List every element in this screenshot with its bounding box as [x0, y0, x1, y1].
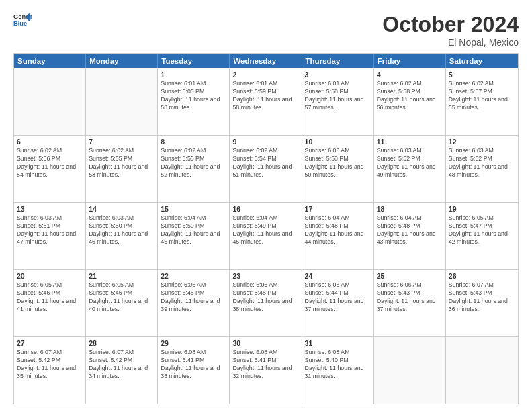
cell-date: 27 — [17, 339, 83, 347]
cell-info: Sunrise: 6:02 AMSunset: 5:58 PMDaylight:… — [377, 80, 443, 112]
cell-info: Sunrise: 6:04 AMSunset: 5:48 PMDaylight:… — [305, 214, 371, 246]
calendar-cell: 18Sunrise: 6:04 AMSunset: 5:48 PMDayligh… — [374, 203, 446, 269]
cell-info: Sunrise: 6:02 AMSunset: 5:57 PMDaylight:… — [449, 80, 515, 112]
cell-info: Sunrise: 6:05 AMSunset: 5:46 PMDaylight:… — [89, 281, 154, 314]
logo: General Blue — [13, 12, 32, 27]
cell-info: Sunrise: 6:06 AMSunset: 5:45 PMDaylight:… — [232, 281, 298, 314]
calendar-header: SundayMondayTuesdayWednesdayThursdayFrid… — [14, 54, 518, 68]
cell-date: 10 — [305, 138, 371, 146]
cell-date: 30 — [232, 339, 298, 347]
header: General Blue October 2024 El Nopal, Mexi… — [13, 12, 519, 48]
calendar-cell: 25Sunrise: 6:06 AMSunset: 5:43 PMDayligh… — [374, 270, 446, 336]
cell-info: Sunrise: 6:05 AMSunset: 5:46 PMDaylight:… — [17, 281, 83, 314]
cell-info: Sunrise: 6:03 AMSunset: 5:53 PMDaylight:… — [305, 147, 371, 179]
cell-info: Sunrise: 6:08 AMSunset: 5:41 PMDaylight:… — [161, 349, 226, 381]
cell-date: 6 — [17, 138, 83, 146]
calendar-row-3: 20Sunrise: 6:05 AMSunset: 5:46 PMDayligh… — [14, 270, 518, 337]
calendar-cell: 11Sunrise: 6:03 AMSunset: 5:52 PMDayligh… — [374, 136, 446, 202]
calendar-cell: 8Sunrise: 6:02 AMSunset: 5:55 PMDaylight… — [158, 136, 230, 202]
cell-info: Sunrise: 6:02 AMSunset: 5:56 PMDaylight:… — [17, 147, 83, 179]
calendar-row-4: 27Sunrise: 6:07 AMSunset: 5:42 PMDayligh… — [14, 337, 518, 404]
cell-info: Sunrise: 6:08 AMSunset: 5:41 PMDaylight:… — [232, 349, 298, 381]
calendar-cell: 17Sunrise: 6:04 AMSunset: 5:48 PMDayligh… — [302, 203, 374, 269]
calendar-cell: 1Sunrise: 6:01 AMSunset: 6:00 PMDaylight… — [158, 68, 230, 135]
cell-date: 5 — [449, 71, 515, 79]
calendar-cell: 3Sunrise: 6:01 AMSunset: 5:58 PMDaylight… — [302, 68, 374, 135]
cell-info: Sunrise: 6:03 AMSunset: 5:52 PMDaylight:… — [377, 147, 443, 179]
calendar-row-2: 13Sunrise: 6:03 AMSunset: 5:51 PMDayligh… — [14, 203, 518, 270]
calendar-row-0: 1Sunrise: 6:01 AMSunset: 6:00 PMDaylight… — [14, 68, 518, 136]
cell-info: Sunrise: 6:02 AMSunset: 5:54 PMDaylight:… — [232, 147, 298, 179]
location: El Nopal, Mexico — [382, 37, 519, 48]
cell-info: Sunrise: 6:04 AMSunset: 5:49 PMDaylight:… — [232, 214, 298, 246]
cell-date: 24 — [305, 272, 371, 280]
cell-date: 15 — [161, 205, 226, 213]
cell-date: 13 — [17, 205, 83, 213]
cell-info: Sunrise: 6:01 AMSunset: 5:59 PMDaylight:… — [232, 80, 298, 112]
calendar-cell: 14Sunrise: 6:03 AMSunset: 5:50 PMDayligh… — [86, 203, 158, 269]
day-header-sunday: Sunday — [14, 54, 86, 68]
cell-date: 20 — [17, 272, 83, 280]
month-title: October 2024 — [382, 12, 519, 37]
cell-date: 16 — [232, 205, 298, 213]
calendar-cell: 24Sunrise: 6:06 AMSunset: 5:44 PMDayligh… — [302, 270, 374, 336]
calendar-cell: 2Sunrise: 6:01 AMSunset: 5:59 PMDaylight… — [230, 68, 302, 135]
calendar-cell: 10Sunrise: 6:03 AMSunset: 5:53 PMDayligh… — [302, 136, 374, 202]
cell-info: Sunrise: 6:06 AMSunset: 5:44 PMDaylight:… — [305, 281, 371, 314]
calendar-cell: 19Sunrise: 6:05 AMSunset: 5:47 PMDayligh… — [446, 203, 518, 269]
cell-date: 1 — [161, 71, 226, 79]
cell-date: 4 — [377, 71, 443, 79]
calendar-cell — [374, 337, 446, 404]
calendar-cell — [446, 337, 518, 404]
calendar-cell: 7Sunrise: 6:02 AMSunset: 5:55 PMDaylight… — [86, 136, 158, 202]
day-header-tuesday: Tuesday — [158, 54, 230, 68]
cell-date: 21 — [89, 272, 154, 280]
calendar-cell — [86, 68, 158, 135]
cell-info: Sunrise: 6:07 AMSunset: 5:42 PMDaylight:… — [89, 349, 154, 381]
calendar-cell: 12Sunrise: 6:03 AMSunset: 5:52 PMDayligh… — [446, 136, 518, 202]
cell-date: 11 — [377, 138, 443, 146]
cell-date: 23 — [232, 272, 298, 280]
calendar-cell: 29Sunrise: 6:08 AMSunset: 5:41 PMDayligh… — [158, 337, 230, 404]
cell-date: 29 — [161, 339, 226, 347]
cell-info: Sunrise: 6:02 AMSunset: 5:55 PMDaylight:… — [89, 147, 154, 179]
cell-date: 8 — [161, 138, 226, 146]
calendar-cell: 27Sunrise: 6:07 AMSunset: 5:42 PMDayligh… — [14, 337, 86, 404]
page: General Blue October 2024 El Nopal, Mexi… — [0, 0, 532, 411]
cell-info: Sunrise: 6:04 AMSunset: 5:50 PMDaylight:… — [161, 214, 226, 246]
svg-text:Blue: Blue — [13, 20, 27, 27]
cell-date: 31 — [305, 339, 371, 347]
day-header-monday: Monday — [86, 54, 158, 68]
calendar-cell: 22Sunrise: 6:05 AMSunset: 5:45 PMDayligh… — [158, 270, 230, 336]
cell-info: Sunrise: 6:07 AMSunset: 5:42 PMDaylight:… — [17, 349, 83, 381]
calendar: SundayMondayTuesdayWednesdayThursdayFrid… — [13, 53, 519, 404]
calendar-cell: 20Sunrise: 6:05 AMSunset: 5:46 PMDayligh… — [14, 270, 86, 336]
calendar-cell: 16Sunrise: 6:04 AMSunset: 5:49 PMDayligh… — [230, 203, 302, 269]
day-header-wednesday: Wednesday — [230, 54, 302, 68]
cell-date: 22 — [161, 272, 226, 280]
cell-date: 28 — [89, 339, 154, 347]
calendar-cell: 23Sunrise: 6:06 AMSunset: 5:45 PMDayligh… — [230, 270, 302, 336]
cell-date: 17 — [305, 205, 371, 213]
cell-info: Sunrise: 6:01 AMSunset: 6:00 PMDaylight:… — [161, 80, 226, 112]
day-header-friday: Friday — [374, 54, 446, 68]
calendar-cell: 26Sunrise: 6:07 AMSunset: 5:43 PMDayligh… — [446, 270, 518, 336]
cell-info: Sunrise: 6:05 AMSunset: 5:45 PMDaylight:… — [161, 281, 226, 314]
calendar-body: 1Sunrise: 6:01 AMSunset: 6:00 PMDaylight… — [14, 68, 518, 404]
cell-info: Sunrise: 6:03 AMSunset: 5:50 PMDaylight:… — [89, 214, 154, 246]
cell-date: 12 — [449, 138, 515, 146]
calendar-cell: 28Sunrise: 6:07 AMSunset: 5:42 PMDayligh… — [86, 337, 158, 404]
cell-date: 7 — [89, 138, 154, 146]
calendar-cell: 15Sunrise: 6:04 AMSunset: 5:50 PMDayligh… — [158, 203, 230, 269]
cell-info: Sunrise: 6:07 AMSunset: 5:43 PMDaylight:… — [449, 281, 515, 314]
calendar-cell: 4Sunrise: 6:02 AMSunset: 5:58 PMDaylight… — [374, 68, 446, 135]
calendar-cell: 5Sunrise: 6:02 AMSunset: 5:57 PMDaylight… — [446, 68, 518, 135]
calendar-cell: 9Sunrise: 6:02 AMSunset: 5:54 PMDaylight… — [230, 136, 302, 202]
logo-icon: General Blue — [13, 12, 32, 27]
cell-info: Sunrise: 6:06 AMSunset: 5:43 PMDaylight:… — [377, 281, 443, 314]
calendar-cell: 31Sunrise: 6:08 AMSunset: 5:40 PMDayligh… — [302, 337, 374, 404]
cell-info: Sunrise: 6:08 AMSunset: 5:40 PMDaylight:… — [305, 349, 371, 381]
day-header-thursday: Thursday — [302, 54, 374, 68]
cell-date: 2 — [232, 71, 298, 79]
cell-date: 25 — [377, 272, 443, 280]
